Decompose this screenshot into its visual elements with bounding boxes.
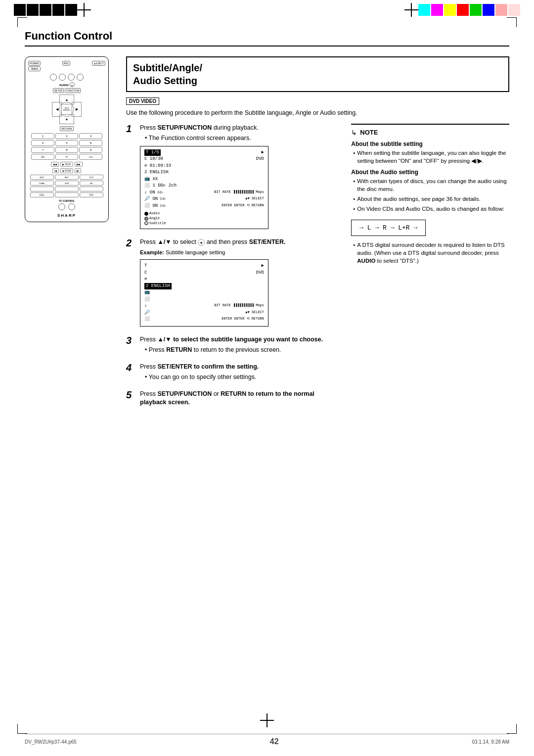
- note-box: ↳ NOTE About the subtitle setting When s…: [351, 124, 509, 265]
- step-5-content: Press SETUP/FUNCTION or RETURN to return…: [140, 390, 331, 409]
- screen-row-8: 🔎 ON ▷▷ ▲▼ SELECT: [144, 196, 264, 203]
- step-2: 2 Press ▲/▼ to select ● and then press S…: [126, 238, 331, 329]
- step-1-num: 1: [126, 124, 136, 134]
- section-title-line2: Audio Setting: [133, 75, 197, 86]
- step4-text: to confirm the setting.: [194, 363, 259, 370]
- screen-angle: 📺 XX: [144, 176, 158, 183]
- step-3-num: 3: [126, 335, 136, 345]
- step-4-num: 4: [126, 363, 136, 373]
- atv-btn: ATV: [55, 175, 79, 180]
- screen2-row-4: 2 ENGLISH: [144, 283, 264, 290]
- screen-dvd: DVD: [256, 156, 264, 163]
- screen2-select: ▲▼ SELECT: [245, 310, 264, 317]
- screen2-enter-return: ENTER ENTER ⟲ RETURN: [222, 316, 264, 323]
- note-subtitle-bullet-1: When setting the subtitle language, you …: [353, 149, 509, 165]
- screen2-note: ♪: [144, 303, 147, 310]
- page-number: 42: [270, 737, 279, 746]
- screen2-row-6: ⬜: [144, 296, 264, 303]
- screen2-c: C: [144, 270, 147, 277]
- note-subtitle-title: About the subtitle setting: [351, 141, 509, 147]
- num-4: 4: [31, 140, 54, 146]
- remote-control: POWER TIMER REC ▲EJECT: [25, 56, 109, 222]
- note-audio-text-1: With certain types of discs, you can cha…: [357, 177, 509, 193]
- icon-placeholder: ●: [198, 239, 205, 246]
- return-row: RETURN: [28, 126, 105, 131]
- step-3-bullet: • Press RETURN to return to the previous…: [145, 346, 331, 355]
- num-2: 2: [55, 133, 79, 139]
- yellow-bar: [444, 4, 456, 16]
- screen-on2: 🔎 ON ▷▷: [144, 196, 166, 203]
- step-5: 5 Press SETUP/FUNCTION or RETURN to retu…: [126, 390, 331, 409]
- black-bar: [40, 4, 51, 16]
- screen2-english: 2 ENGLISH: [144, 283, 172, 290]
- rew-btn: ◀◀: [51, 162, 59, 167]
- footer-right: 03.1.14, 9:28 AM: [472, 739, 509, 745]
- numpad: 1 2 3 4 5 6 7 8 9 10 0 CLR: [31, 133, 102, 160]
- remote-circle-1: [50, 74, 57, 81]
- screen-mock-1: T 1/5 ▶ C 10/30 DVD ⊙ 01:09:33: [140, 146, 268, 230]
- footer-left: DV_RW2U#p37-44.p65: [25, 739, 77, 745]
- right-column: Subtitle/Angle/ Audio Setting DVD VIDEO …: [126, 56, 509, 415]
- page-title: Function Control: [25, 30, 509, 47]
- stop-row: |◀ ■ STOP ▶|: [28, 168, 105, 173]
- screen2-tv: 📺: [144, 289, 150, 296]
- tv-control-label: TV CONTROL: [28, 199, 105, 202]
- screen2-row-2: C DVD: [144, 270, 264, 277]
- corner-mark-br: [507, 724, 517, 734]
- num-7: 7: [31, 147, 54, 153]
- blue-bar: [483, 4, 494, 16]
- num-0: 0: [55, 154, 79, 160]
- screen2-sq2: ⬜: [144, 316, 150, 323]
- power-btn: POWER: [28, 61, 41, 66]
- screen-play-icon: ▶: [262, 149, 264, 156]
- screen2-row-8: 🔎 ▲▼ SELECT: [144, 310, 264, 317]
- steps-column: 1 Press SETUP/FUNCTION during playback. …: [126, 124, 331, 415]
- prev-btn: |◀: [52, 168, 59, 173]
- next-btn: ▶|: [75, 168, 81, 173]
- empty1: [30, 187, 54, 191]
- and-text: and: [207, 238, 217, 245]
- section-title-line1: Subtitle/Angle/: [133, 62, 202, 73]
- crosshair-top-right: [404, 3, 418, 17]
- screen2-dvd: DVD: [256, 270, 264, 277]
- audio-flow-diagram: → L → R → L+R →: [351, 220, 426, 236]
- note-subtitle-text-1: When setting the subtitle language, you …: [357, 149, 509, 165]
- note-audio-bullet-3: On Video CDs and Audio CDs, audio is cha…: [353, 205, 509, 213]
- green-bar: [470, 4, 482, 16]
- black-bar: [14, 4, 26, 16]
- chdn-btn: CH-: [80, 192, 103, 197]
- screen2-row-5: 📺: [144, 289, 264, 296]
- tv-btn-2: [68, 203, 75, 210]
- remote-brand: SHARP: [28, 213, 105, 218]
- screen-row-3: ⊙ 01:09:33: [144, 163, 264, 170]
- tv-control-btns: [28, 203, 105, 210]
- step-1-content: Press SETUP/FUNCTION during playback. • …: [140, 124, 331, 233]
- empty2: [55, 187, 79, 191]
- black-bar: [27, 4, 39, 16]
- screen2-row-7: ♪ BIT RATE ▐▐▐▐▐▐▐▐▐▐ Mbps: [144, 303, 264, 310]
- crosshair-top-left: [77, 3, 91, 17]
- note-column: ↳ NOTE About the subtitle setting When s…: [341, 124, 509, 415]
- timer-btn: TIMER: [28, 66, 41, 71]
- step-4: 4 Press SET/ENTER to confirm the setting…: [126, 363, 331, 384]
- stop-btn: ■ STOP: [60, 168, 73, 173]
- empty3: [80, 187, 103, 191]
- screen-select: ▲▼ SELECT: [245, 196, 264, 203]
- eject-btn: ▲EJECT: [92, 61, 105, 66]
- step-1: 1 Press SETUP/FUNCTION during playback. …: [126, 124, 331, 233]
- screen-row-4: 2 ENGLISH: [144, 169, 264, 176]
- screen2-row-1: T ▶: [144, 263, 264, 270]
- num-5: 5: [55, 140, 79, 146]
- screen-row-7: ♪ ON ▷▷ BIT RATE ▐▐▐▐▐▐▐▐▐▐ Mbps: [144, 189, 264, 196]
- screen-row-6: ⬜ 1 DD▷ 2ch: [144, 183, 264, 189]
- dtv-btn: DTV: [80, 175, 103, 180]
- remote-column: POWER TIMER REC ▲EJECT: [25, 56, 111, 415]
- note-dts-bullet: A DTS digital surround decoder is requir…: [353, 241, 509, 265]
- screen2-sq: ⬜: [144, 296, 150, 303]
- num-8: 8: [55, 147, 79, 153]
- step5-return: RETURN: [221, 390, 246, 397]
- step-5-num: 5: [126, 390, 136, 400]
- corner-mark-tl: [17, 17, 27, 27]
- example-label: Example: Subtitle language setting: [140, 249, 331, 256]
- black-bar: [52, 4, 64, 16]
